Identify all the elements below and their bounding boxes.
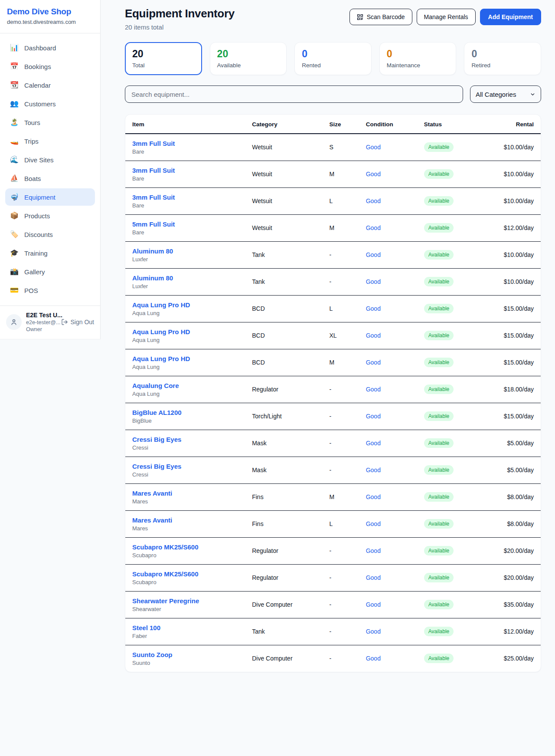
item-name-link[interactable]: Shearwater Peregrine [132, 597, 252, 605]
stat-card-rented[interactable]: 0 Rented [294, 42, 372, 75]
item-condition-link[interactable]: Good [366, 547, 381, 554]
item-name-link[interactable]: Aqua Lung Pro HD [132, 328, 252, 335]
item-brand: Bare [132, 175, 252, 182]
item-name-link[interactable]: Mares Avanti [132, 516, 252, 524]
sidebar-item-boats[interactable]: ⛵ Boats [5, 170, 95, 187]
item-condition-link[interactable]: Good [366, 628, 381, 635]
item-size: L [329, 305, 333, 312]
nav-item-label: POS [24, 287, 38, 294]
add-equipment-button[interactable]: Add Equipment [480, 9, 541, 25]
status-badge: Available [424, 304, 454, 313]
stat-label: Rented [302, 62, 364, 69]
item-name-link[interactable]: Aluminum 80 [132, 274, 252, 282]
item-size: - [329, 467, 331, 473]
search-input[interactable] [125, 85, 463, 103]
item-name-link[interactable]: Aqua Lung Pro HD [132, 301, 252, 309]
main-content: Equipment Inventory 20 items total Scan … [101, 0, 555, 756]
stat-card-available[interactable]: 20 Available [210, 42, 287, 75]
item-condition-link[interactable]: Good [366, 655, 381, 662]
manage-rentals-button[interactable]: Manage Rentals [417, 9, 476, 25]
item-condition-link[interactable]: Good [366, 224, 381, 231]
item-condition-link[interactable]: Good [366, 144, 381, 151]
table-row: Scubapro MK25/S600 Scubapro Regulator - … [125, 537, 541, 564]
item-rental-price: $8.00/day [507, 520, 534, 527]
item-brand: Shearwater [132, 606, 252, 612]
table-row: 5mm Full Suit Bare Wetsuit M Good Availa… [125, 214, 541, 241]
item-size: - [329, 251, 331, 258]
sign-out-button[interactable]: Sign Out [61, 319, 94, 325]
item-category: Wetsuit [252, 224, 272, 231]
item-name-link[interactable]: 5mm Full Suit [132, 220, 252, 228]
sidebar-item-pos[interactable]: 💳 POS [5, 282, 95, 299]
column-header-status: Status [424, 115, 502, 134]
item-condition-link[interactable]: Good [366, 332, 381, 339]
item-condition-link[interactable]: Good [366, 278, 381, 285]
sidebar-item-equipment[interactable]: 🤿 Equipment [5, 188, 95, 206]
item-name-link[interactable]: Cressi Big Eyes [132, 436, 252, 443]
item-name-link[interactable]: Scubapro MK25/S600 [132, 543, 252, 551]
chevron-down-icon [530, 92, 535, 97]
item-category: Mask [252, 440, 266, 447]
sidebar-item-training[interactable]: 🎓 Training [5, 244, 95, 262]
item-brand: Faber [132, 633, 252, 639]
item-rental-price: $15.00/day [504, 332, 534, 339]
item-name-link[interactable]: Aqualung Core [132, 382, 252, 389]
item-condition-link[interactable]: Good [366, 520, 381, 527]
item-name-link[interactable]: Cressi Big Eyes [132, 463, 252, 470]
item-condition-link[interactable]: Good [366, 440, 381, 447]
stat-card-maintenance[interactable]: 0 Maintenance [379, 42, 457, 75]
manage-rentals-label: Manage Rentals [424, 13, 468, 20]
table-row: BigBlue AL1200 BigBlue Torch/Light - Goo… [125, 403, 541, 430]
item-name-link[interactable]: Scubapro MK25/S600 [132, 570, 252, 578]
scan-barcode-button[interactable]: Scan Barcode [349, 9, 412, 25]
sidebar-item-customers[interactable]: 👥 Customers [5, 95, 95, 112]
item-brand: Aqua Lung [132, 337, 252, 343]
item-condition-link[interactable]: Good [366, 305, 381, 312]
brand-block: Demo Dive Shop demo.test.divestreams.com [0, 0, 100, 33]
item-category: Wetsuit [252, 197, 272, 204]
category-select[interactable]: All Categories [470, 85, 541, 103]
item-size: - [329, 574, 331, 581]
item-size: - [329, 601, 331, 608]
item-name-link[interactable]: Aluminum 80 [132, 247, 252, 255]
sidebar-item-discounts[interactable]: 🏷️ Discounts [5, 226, 95, 243]
nav-item-label: Customers [24, 100, 56, 108]
item-condition-link[interactable]: Good [366, 467, 381, 473]
item-condition-link[interactable]: Good [366, 251, 381, 258]
item-name-link[interactable]: 3mm Full Suit [132, 194, 252, 201]
item-condition-link[interactable]: Good [366, 574, 381, 581]
sidebar-item-calendar[interactable]: 📆 Calendar [5, 76, 95, 94]
sidebar-item-products[interactable]: 📦 Products [5, 207, 95, 224]
item-name-link[interactable]: Steel 100 [132, 624, 252, 631]
nav-item-label: Bookings [24, 63, 51, 70]
item-name-link[interactable]: 3mm Full Suit [132, 140, 252, 147]
sidebar-item-tours[interactable]: 🏝️ Tours [5, 114, 95, 131]
sidebar-item-dive-sites[interactable]: 🌊 Dive Sites [5, 151, 95, 168]
item-brand: Aqua Lung [132, 391, 252, 397]
item-category: Dive Computer [252, 601, 292, 608]
item-condition-link[interactable]: Good [366, 386, 381, 393]
item-condition-link[interactable]: Good [366, 413, 381, 420]
nav-item-icon: 📊 [10, 44, 19, 51]
item-condition-link[interactable]: Good [366, 171, 381, 177]
page-title: Equipment Inventory [125, 7, 235, 20]
nav-item-label: Products [24, 212, 50, 220]
sidebar-item-bookings[interactable]: 📅 Bookings [5, 58, 95, 75]
item-condition-link[interactable]: Good [366, 601, 381, 608]
item-category: Dive Computer [252, 655, 292, 662]
item-condition-link[interactable]: Good [366, 197, 381, 204]
item-name-link[interactable]: 3mm Full Suit [132, 167, 252, 174]
sidebar-item-dashboard[interactable]: 📊 Dashboard [5, 39, 95, 56]
stat-card-retired[interactable]: 0 Retired [464, 42, 541, 75]
item-name-link[interactable]: Mares Avanti [132, 490, 252, 497]
item-name-link[interactable]: BigBlue AL1200 [132, 409, 252, 416]
item-name-link[interactable]: Aqua Lung Pro HD [132, 355, 252, 362]
sidebar-item-gallery[interactable]: 📸 Gallery [5, 263, 95, 280]
stat-card-total[interactable]: 20 Total [125, 42, 202, 75]
sidebar-item-trips[interactable]: 🚤 Trips [5, 132, 95, 150]
item-condition-link[interactable]: Good [366, 359, 381, 366]
item-condition-link[interactable]: Good [366, 493, 381, 500]
stat-value: 0 [471, 48, 534, 60]
item-name-link[interactable]: Suunto Zoop [132, 651, 252, 658]
table-row: Aqua Lung Pro HD Aqua Lung BCD M Good Av… [125, 349, 541, 376]
